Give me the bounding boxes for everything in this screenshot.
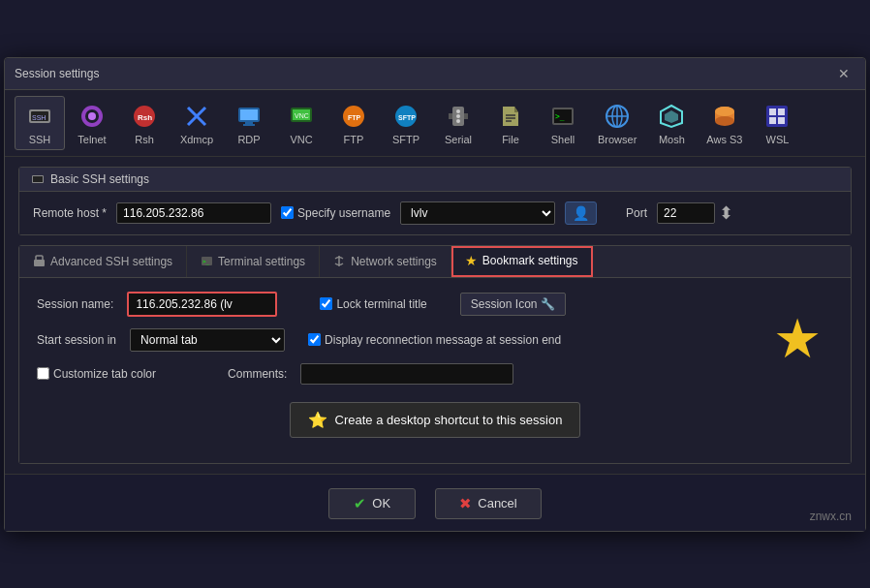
bottom-bar: ✔ OK ✖ Cancel [5, 474, 865, 531]
protocol-mosh[interactable]: Mosh [646, 97, 697, 149]
ssh-icon: SSH [24, 101, 55, 132]
remote-host-label: Remote host * [33, 206, 107, 220]
svg-rect-47 [778, 108, 785, 115]
protocol-ftp[interactable]: FTP FTP [328, 97, 379, 149]
awss3-icon [709, 101, 740, 132]
protocol-xdmcp-label: Xdmcp [180, 134, 213, 145]
svg-text:Rsh: Rsh [138, 113, 152, 122]
username-select[interactable]: lvlv [400, 201, 555, 225]
wsl-icon [761, 101, 792, 132]
protocol-file-label: File [502, 134, 519, 145]
protocol-shell[interactable]: >_ Shell [538, 97, 588, 149]
svg-point-22 [456, 109, 460, 113]
specify-username-checkbox-label[interactable]: Specify username [281, 206, 390, 220]
tab-bookmark-label: Bookmark settings [482, 254, 578, 267]
cancel-button[interactable]: ✖ Cancel [435, 488, 541, 519]
lock-terminal-checkbox-label[interactable]: Lock terminal title [320, 297, 426, 311]
protocol-telnet[interactable]: Telnet [67, 97, 117, 149]
protocol-wsl[interactable]: WSL [752, 97, 802, 149]
protocol-shell-label: Shell [551, 134, 575, 145]
svg-rect-53 [36, 256, 43, 261]
session-settings-window: Session settings ✕ SSH SSH Telnet Rsh Rs… [4, 57, 866, 532]
svg-rect-25 [449, 113, 452, 119]
svg-point-43 [715, 116, 734, 126]
protocol-ftp-label: FTP [344, 134, 364, 145]
svg-text:VNC: VNC [295, 112, 309, 119]
protocol-rdp[interactable]: RDP [224, 97, 274, 149]
tab-advanced-ssh[interactable]: Advanced SSH settings [19, 246, 187, 277]
svg-text:>_: >_ [202, 258, 210, 265]
close-button[interactable]: ✕ [832, 64, 855, 83]
mosh-icon [656, 101, 687, 132]
protocol-telnet-label: Telnet [78, 134, 106, 145]
ok-icon: ✔ [354, 495, 366, 512]
protocol-awss3-label: Aws S3 [706, 134, 742, 145]
svg-text:SSH: SSH [32, 114, 46, 121]
cancel-icon: ✖ [459, 495, 472, 512]
start-session-label: Start session in [37, 333, 116, 347]
session-icon-button[interactable]: Session Icon 🔧 [460, 293, 567, 316]
window-title: Session settings [15, 67, 99, 80]
port-spinner[interactable]: ⬍ [719, 202, 733, 224]
specify-username-label: Specify username [297, 206, 390, 220]
svg-rect-48 [769, 117, 776, 124]
display-reconnect-checkbox[interactable] [308, 333, 321, 346]
svg-marker-40 [665, 110, 678, 123]
shortcut-label: Create a desktop shortcut to this sessio… [335, 413, 563, 427]
svg-rect-51 [33, 176, 43, 182]
customize-tab-color-checkbox[interactable] [37, 367, 49, 380]
protocol-mosh-label: Mosh [659, 134, 685, 145]
main-content: Basic SSH settings Remote host * Specify… [5, 157, 865, 474]
tab-bookmark[interactable]: ★ Bookmark settings [451, 246, 593, 277]
comments-input[interactable] [300, 363, 513, 385]
protocol-sftp-label: SFTP [392, 134, 419, 145]
specify-username-checkbox[interactable] [281, 206, 294, 219]
customize-tab-color-label: Customize tab color [53, 367, 156, 381]
sftp-icon: SFTP [390, 101, 421, 132]
protocol-serial[interactable]: Serial [433, 97, 483, 149]
remote-host-input[interactable] [116, 202, 271, 224]
tab-terminal[interactable]: >_ Terminal settings [187, 246, 320, 277]
protocol-browser[interactable]: Browser [590, 97, 644, 149]
protocol-rsh[interactable]: Rsh Rsh [119, 97, 170, 149]
lock-terminal-checkbox[interactable] [320, 297, 332, 310]
session-name-row: Session name: Lock terminal title Sessio… [37, 292, 833, 317]
svg-rect-11 [240, 109, 258, 120]
remote-host-row: Remote host * Specify username lvlv 👤 Po… [33, 201, 837, 225]
display-reconnect-checkbox-label[interactable]: Display reconnection message at session … [308, 333, 561, 347]
ok-button[interactable]: ✔ OK [328, 488, 416, 519]
protocol-sftp[interactable]: SFTP SFTP [381, 97, 431, 149]
protocol-rdp-label: RDP [237, 134, 260, 145]
protocol-wsl-label: WSL [766, 134, 790, 145]
protocol-browser-label: Browser [598, 134, 637, 145]
svg-point-5 [88, 112, 96, 120]
svg-rect-46 [769, 108, 776, 115]
telnet-icon [77, 101, 108, 132]
ssh-tab-icon [31, 172, 45, 186]
tab-network[interactable]: Network settings [320, 246, 451, 277]
svg-text:FTP: FTP [348, 114, 361, 121]
port-input[interactable] [657, 202, 715, 224]
start-session-select[interactable]: Normal tab New window New tab [130, 328, 285, 352]
user-icon-button[interactable]: 👤 [565, 201, 597, 225]
svg-text:SFTP: SFTP [398, 114, 416, 121]
protocol-ssh[interactable]: SSH SSH [15, 96, 65, 150]
protocol-awss3[interactable]: Aws S3 [699, 97, 750, 149]
customize-tab-color-checkbox-label[interactable]: Customize tab color [37, 367, 156, 381]
svg-rect-26 [464, 113, 468, 119]
create-shortcut-button[interactable]: ⭐ Create a desktop shortcut to this sess… [290, 402, 581, 438]
protocol-file[interactable]: File [485, 97, 536, 149]
session-name-input[interactable] [127, 292, 277, 317]
protocol-vnc[interactable]: VNC VNC [276, 97, 326, 149]
title-bar: Session settings ✕ [5, 58, 865, 90]
basic-ssh-tab-label: Basic SSH settings [50, 172, 149, 186]
ok-label: OK [372, 496, 390, 511]
protocol-xdmcp[interactable]: Xdmcp [171, 97, 222, 149]
display-reconnect-label: Display reconnection message at session … [325, 333, 561, 347]
basic-ssh-panel: Basic SSH settings Remote host * Specify… [18, 167, 852, 235]
advanced-ssh-icon [33, 255, 46, 267]
xdmcp-icon [181, 101, 212, 132]
terminal-icon: >_ [201, 255, 213, 267]
ftp-icon: FTP [338, 101, 369, 132]
decorative-star: ★ [773, 307, 822, 405]
